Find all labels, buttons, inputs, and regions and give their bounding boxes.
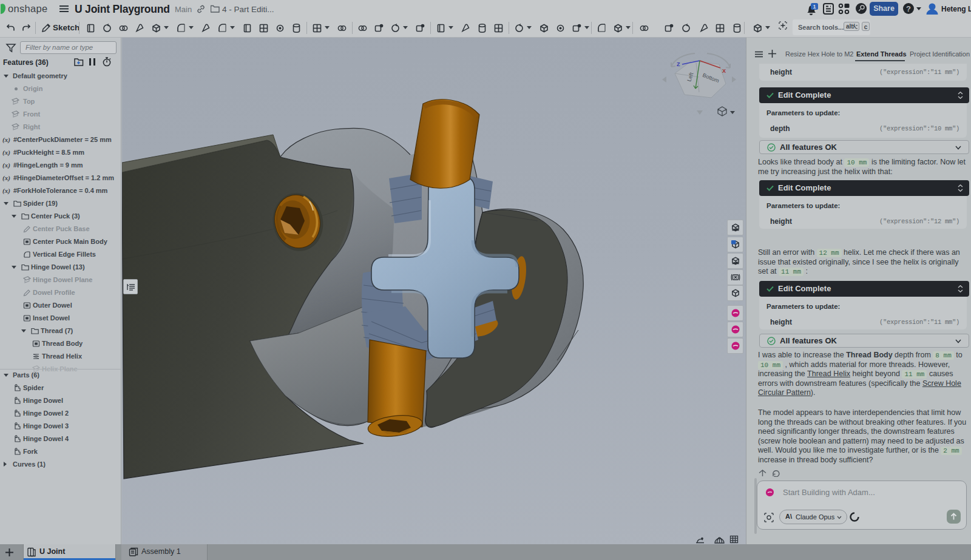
svg-text:?: ? (906, 4, 911, 13)
svg-text:X: X (722, 68, 726, 74)
svg-text:(x): (x) (2, 136, 10, 144)
svg-text:(x): (x) (2, 161, 10, 169)
svg-text:1: 1 (813, 4, 816, 10)
svg-text:onshape: onshape (8, 3, 47, 14)
svg-text:(x): (x) (2, 149, 10, 157)
svg-text:Z: Z (677, 61, 680, 67)
svg-text:(x): (x) (2, 174, 10, 182)
svg-text:(x): (x) (2, 187, 10, 195)
